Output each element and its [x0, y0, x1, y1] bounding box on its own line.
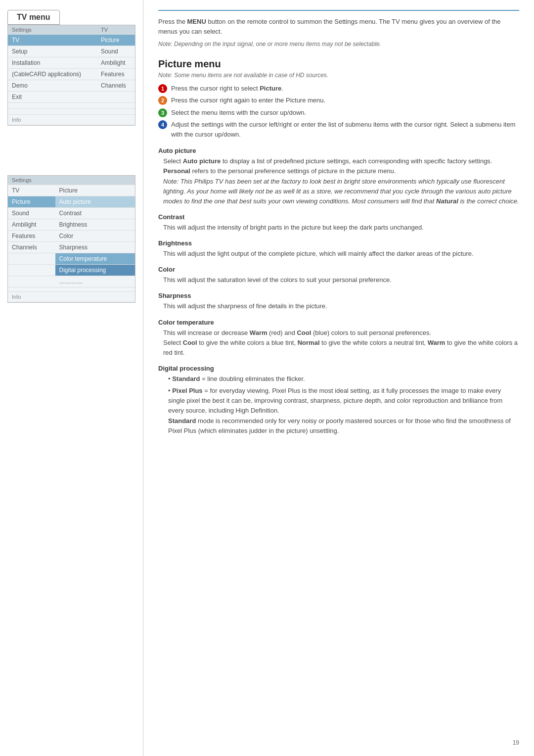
menu-row-empty2 [8, 109, 135, 115]
bottom-row-spacer [8, 287, 135, 292]
menu-right-ambilight: Ambilight [97, 57, 135, 69]
menu-row-setup[interactable]: Setup Sound [8, 46, 135, 57]
subsection-color: Color This will adjust the saturation le… [158, 266, 519, 285]
menu-left-installation: Installation [8, 57, 97, 69]
step-1-text: Press the cursor right to select Picture… [171, 84, 283, 94]
bold-auto-picture: Auto picture [183, 157, 221, 165]
color-temperature-title: Color temperature [158, 319, 519, 326]
auto-picture-note: Note: This Philips TV has been set at th… [163, 178, 519, 205]
step-1: 1 Press the cursor right to select Pictu… [158, 84, 519, 94]
menu-row-demo[interactable]: Demo Channels [8, 80, 135, 92]
menu-left-tv: TV [8, 35, 97, 46]
intro-paragraph: Press the MENU button on the remote cont… [158, 17, 519, 36]
menu-info-row: Info [8, 115, 135, 125]
bottom-right-dots: ………… [55, 276, 135, 287]
menu-left-demo: Demo [8, 80, 97, 92]
step-2: 2 Press the cursor right again to enter … [158, 95, 519, 105]
bottom-row-empty2: Digital processing [8, 265, 135, 276]
bold-standard2: Standard [168, 417, 196, 425]
menu-row-tv[interactable]: TV Picture [8, 35, 135, 46]
digital-bullet-1: Standard = line doubling eliminates the … [168, 374, 519, 384]
bottom-right-contrast: Contrast [55, 208, 135, 219]
subsection-brightness: Brightness This will adjust the light ou… [158, 239, 519, 259]
picture-menu-heading: Picture menu [158, 58, 519, 70]
page-number: 19 [513, 739, 519, 746]
step-4-circle: 4 [158, 120, 167, 129]
bottom-left-picture: Picture [8, 196, 55, 208]
bottom-row-channels[interactable]: Channels Sharpness [8, 242, 135, 253]
menu-right-picture: Picture [97, 35, 135, 46]
top-menu-box: Settings TV TV Picture Setup Sound Insta… [7, 25, 135, 126]
bottom-row-picture[interactable]: Picture Auto picture [8, 196, 135, 208]
left-panel: TV menu Settings TV TV Picture Setup Sou… [0, 0, 143, 756]
bold-cool: Cool [297, 329, 311, 336]
bold-cool2: Cool [183, 339, 197, 346]
step-3-text: Select the menu items with the cursor up… [171, 108, 306, 118]
auto-picture-body: Select Auto picture to display a list of… [158, 156, 519, 206]
tv-col-header: TV [97, 25, 135, 35]
menu-row-exit[interactable]: Exit [8, 92, 135, 103]
menu-row-cablecard[interactable]: (CableCARD applications) Features [8, 69, 135, 80]
bottom-right-color: Color [55, 231, 135, 242]
menu-row-installation[interactable]: Installation Ambilight [8, 57, 135, 69]
bold-pixel-plus: Pixel Plus [172, 387, 202, 394]
auto-picture-title: Auto picture [158, 147, 519, 154]
subsection-contrast: Contrast This will adjust the intensity … [158, 213, 519, 233]
sharpness-body: This will adjust the sharpness of fine d… [158, 301, 519, 311]
subsection-auto-picture: Auto picture Select Auto picture to disp… [158, 147, 519, 206]
bottom-row-features[interactable]: Features Color [8, 231, 135, 242]
bold-warm: Warm [250, 329, 267, 336]
bold-personal: Personal [163, 167, 190, 175]
info-label-top: Info [8, 115, 97, 125]
bottom-left-channels: Channels [8, 242, 55, 253]
digital-processing-list: Standard = line doubling eliminates the … [163, 374, 519, 436]
bold-warm2: Warm [428, 339, 445, 346]
picture-menu-note: Note: Some menu items are not available … [158, 72, 519, 79]
subsection-digital-processing: Digital processing Standard = line doubl… [158, 365, 519, 436]
page-title: TV menu [7, 10, 60, 25]
bottom-settings-header: Settings [8, 176, 135, 185]
step-3-circle: 3 [158, 108, 167, 117]
bottom-right-picture-header: Picture [55, 185, 135, 196]
right-panel: Press the MENU button on the remote cont… [143, 0, 534, 756]
step-2-circle: 2 [158, 96, 167, 105]
menu-right-exit-empty [97, 92, 135, 103]
step-1-bold: Picture [260, 85, 281, 92]
bottom-row-sound[interactable]: Sound Contrast [8, 208, 135, 219]
menu-right-features: Features [97, 69, 135, 80]
digital-processing-body: Standard = line doubling eliminates the … [158, 374, 519, 436]
bottom-left-tv: TV [8, 185, 55, 196]
step-1-circle: 1 [158, 84, 167, 93]
bottom-row-dots: ………… [8, 276, 135, 287]
bottom-row-empty1: Color temperature [8, 253, 135, 265]
bottom-row-tv[interactable]: TV Picture [8, 185, 135, 196]
menu-row-empty1 [8, 103, 135, 109]
settings-col-header: Settings [8, 25, 97, 35]
brightness-title: Brightness [158, 239, 519, 247]
step-4: 4 Adjust the settings with the cursor le… [158, 120, 519, 139]
bottom-info-row: Info [8, 292, 135, 302]
steps-list: 1 Press the cursor right to select Pictu… [158, 84, 519, 140]
bottom-row-ambilight[interactable]: Ambilight Brightness [8, 219, 135, 231]
subsection-color-temperature: Color temperature This will increase or … [158, 319, 519, 358]
top-menu-table: Settings TV TV Picture Setup Sound Insta… [8, 25, 135, 125]
menu-right-sound: Sound [97, 46, 135, 57]
subsection-sharpness: Sharpness This will adjust the sharpness… [158, 292, 519, 311]
color-body: This will adjust the saturation level of… [158, 275, 519, 285]
menu-left-setup: Setup [8, 46, 97, 57]
bold-menu: MENU [187, 18, 206, 25]
digital-bullet-2: Pixel Plus = for everyday viewing. Pixel… [168, 386, 519, 436]
bottom-right-auto: Auto picture [55, 196, 135, 208]
digital-processing-title: Digital processing [158, 365, 519, 372]
bottom-left-features: Features [8, 231, 55, 242]
bottom-right-brightness: Brightness [55, 219, 135, 231]
menu-left-cablecard: (CableCARD applications) [8, 69, 97, 80]
bottom-menu-box: Settings TV Picture Picture Auto picture… [7, 175, 135, 303]
color-title: Color [158, 266, 519, 273]
sharpness-title: Sharpness [158, 292, 519, 299]
step-3: 3 Select the menu items with the cursor … [158, 108, 519, 118]
bottom-menu-table: Settings TV Picture Picture Auto picture… [8, 176, 135, 302]
step-4-text: Adjust the settings with the cursor left… [171, 120, 519, 139]
bold-natural: Natural [436, 197, 458, 205]
contrast-body: This will adjust the intensity of bright… [158, 223, 519, 233]
